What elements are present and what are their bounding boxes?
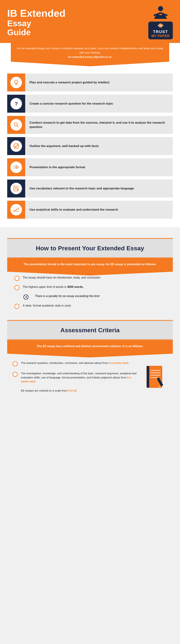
brand-trust: TRUST xyxy=(153,30,168,34)
present-banner: The presentation format is the most impo… xyxy=(7,258,173,276)
brand-my-paper: MY PAPER xyxy=(151,34,169,38)
svg-text:?: ? xyxy=(15,101,18,106)
assess-bullet-2 xyxy=(13,372,18,377)
bullet-circle-1 xyxy=(15,276,20,281)
svg-point-0 xyxy=(158,6,163,11)
obj-icon-box-4 xyxy=(7,137,25,155)
present-heading-box: How to Present Your Extended Essay xyxy=(7,238,173,258)
svg-marker-27 xyxy=(17,189,19,190)
intro-banner: For an extended essay, you choose a rese… xyxy=(11,43,169,66)
lightbulb-icon xyxy=(11,77,22,88)
edit-icon xyxy=(11,183,22,194)
objective-item-5: Presentation in the appropriate format xyxy=(7,158,173,176)
obj-text-5: Presentation in the appropriate format xyxy=(25,158,173,176)
obj-icon-box-6 xyxy=(7,180,25,198)
scale-text: EE essays are marked on a scale from 0 t… xyxy=(13,389,137,393)
present-banner-text: The presentation format is the most impo… xyxy=(13,262,167,266)
obj-text-1: Plan and execute a research project guid… xyxy=(25,74,173,92)
check-icon xyxy=(11,140,22,152)
assess-bullet-1 xyxy=(13,361,18,366)
svg-rect-30 xyxy=(147,366,149,388)
assess-text-2: The investigation, knowledge, and unders… xyxy=(21,372,137,384)
person-icon xyxy=(152,6,169,22)
objective-item-7: Use analytical skills to evaluate and un… xyxy=(7,201,173,219)
assessment-content: The research question, introduction, con… xyxy=(13,361,137,392)
obj-icon-box-5 xyxy=(7,158,25,176)
objective-item-6: Use vocabulary relevant to the research … xyxy=(7,180,173,198)
assess-item-1: The research question, introduction, con… xyxy=(13,361,137,366)
obj-text-3: Conduct research to get data from the so… xyxy=(25,116,173,134)
present-item-3: A clear, formal academic style is used xyxy=(13,304,167,309)
assess-text-1: The research question, introduction, con… xyxy=(21,361,129,365)
present-text-2: The highest upper limit of words is 4000… xyxy=(23,285,84,289)
present-text-1: The essay should have an introduction, b… xyxy=(23,276,100,280)
svg-point-7 xyxy=(15,80,18,84)
intro-text: For an extended essay, you choose a rese… xyxy=(16,46,164,59)
assessment-heading-box: Assessment Criteria xyxy=(7,320,173,340)
obj-text-7: Use analytical skills to evaluate and un… xyxy=(25,201,173,219)
objectives-section: Plan and execute a research project guid… xyxy=(0,66,180,227)
assessment-banner-text: The EE essay has a defined and distinct … xyxy=(13,344,167,348)
objective-item-2: ? Create a concise research question for… xyxy=(7,95,173,113)
objective-item-4: Outline the argument, well backed up wit… xyxy=(7,137,173,155)
present-item-sub: ✕ There is a penalty for an essay exceed… xyxy=(13,294,167,300)
bullet-circle-2 xyxy=(15,285,20,290)
present-text-sub: There is a penalty for an essay exceedin… xyxy=(35,294,99,298)
header-title: IB Extended Essay Guide xyxy=(7,8,66,37)
assess-item-2: The investigation, knowledge, and unders… xyxy=(13,372,137,384)
page-container: IB Extended Essay Guide xyxy=(0,0,180,402)
objective-item-3: Conduct research to get data from the so… xyxy=(7,116,173,134)
diamond-icon xyxy=(157,23,164,28)
brand-badge: TRUST MY PAPER xyxy=(148,22,173,39)
present-heading: How to Present Your Extended Essay xyxy=(11,244,169,252)
obj-icon-box-7 xyxy=(7,201,25,219)
svg-line-13 xyxy=(17,126,18,127)
title-line3: Guide xyxy=(7,28,66,37)
present-item-2: The highest upper limit of words is 4000… xyxy=(13,285,167,290)
question-icon: ? xyxy=(11,98,22,110)
chart-icon xyxy=(11,204,22,216)
list-icon xyxy=(11,162,22,173)
search-icon xyxy=(11,119,22,131)
assessment-list: The research question, introduction, con… xyxy=(0,358,180,402)
objective-item-1: Plan and execute a research project guid… xyxy=(7,74,173,92)
present-text-3: A clear, formal academic style is used xyxy=(23,304,71,308)
obj-icon-box-1 xyxy=(7,74,25,92)
header: IB Extended Essay Guide xyxy=(0,0,180,43)
notebook-icon xyxy=(143,364,165,390)
obj-text-4: Outline the argument, well backed up wit… xyxy=(25,137,173,155)
obj-text-2: Create a concise research question for t… xyxy=(25,95,173,113)
title-line1: IB Extended xyxy=(7,8,66,19)
obj-text-6: Use vocabulary relevant to the research … xyxy=(25,180,173,198)
bullet-x: ✕ xyxy=(23,294,29,300)
present-list: The essay should have an introduction, b… xyxy=(0,276,180,320)
header-logo: TRUST MY PAPER xyxy=(148,6,173,39)
title-line2: Essay xyxy=(7,19,66,28)
obj-icon-box-2: ? xyxy=(7,95,25,113)
notebook-graphic xyxy=(140,361,167,392)
assessment-heading: Assessment Criteria xyxy=(11,326,169,334)
bullet-circle-3 xyxy=(15,304,20,309)
obj-icon-box-3 xyxy=(7,116,25,134)
present-item-1: The essay should have an introduction, b… xyxy=(13,276,167,281)
assessment-banner: The EE essay has a defined and distinct … xyxy=(7,340,173,358)
